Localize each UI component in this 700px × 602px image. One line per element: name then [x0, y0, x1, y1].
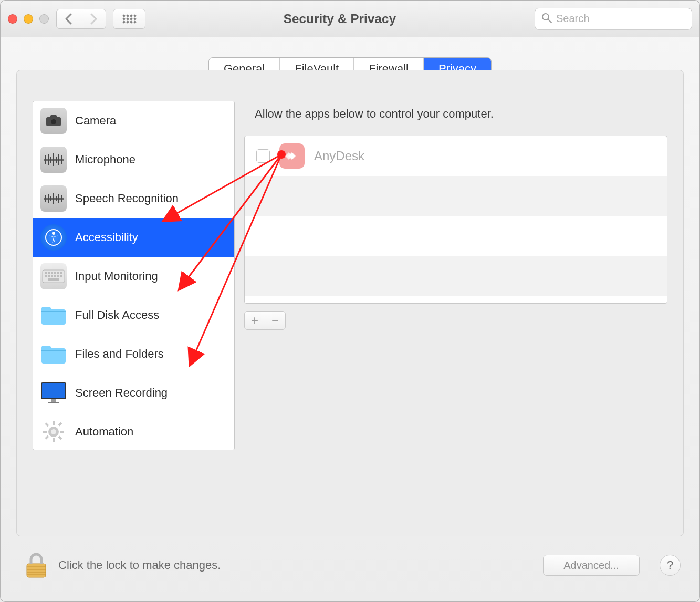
keyboard-icon [40, 263, 67, 289]
svg-rect-51 [41, 383, 66, 399]
speech-icon [40, 185, 67, 212]
allowed-apps-list[interactable]: AnyDesk [244, 136, 667, 304]
window-controls [8, 14, 49, 24]
search-field[interactable] [535, 8, 692, 30]
sidebar-item-label: Automation [75, 425, 133, 439]
svg-point-34 [52, 232, 55, 235]
nav-back-forward [56, 9, 106, 29]
accessibility-icon [40, 224, 67, 251]
back-button[interactable] [56, 9, 81, 29]
svg-rect-19 [48, 154, 49, 165]
svg-rect-49 [41, 311, 66, 312]
app-row-empty [245, 256, 667, 296]
app-row-anydesk[interactable]: AnyDesk [245, 136, 667, 176]
svg-rect-45 [54, 275, 56, 277]
svg-rect-16 [50, 115, 57, 118]
forward-button[interactable] [81, 9, 106, 29]
sidebar-item-screen-recording[interactable]: Screen Recording [33, 373, 234, 412]
grid-icon [122, 14, 137, 24]
privacy-content: Camera Microphone Speech Recognition [33, 101, 667, 450]
svg-rect-70 [27, 564, 46, 577]
svg-rect-56 [53, 438, 55, 442]
svg-rect-42 [45, 275, 47, 277]
sidebar-item-label: Speech Recognition [75, 192, 179, 205]
close-window-button[interactable] [8, 14, 17, 24]
svg-rect-53 [48, 402, 59, 403]
svg-rect-55 [53, 421, 55, 425]
sidebar-item-files-and-folders[interactable]: Files and Folders [33, 335, 234, 373]
svg-rect-47 [60, 275, 62, 277]
zoom-window-button[interactable] [39, 14, 49, 24]
svg-rect-58 [60, 431, 64, 433]
svg-rect-30 [56, 196, 57, 201]
folder-icon [40, 302, 67, 328]
sidebar-item-full-disk-access[interactable]: Full Disk Access [33, 296, 234, 335]
sidebar-item-automation[interactable]: Automation [33, 412, 234, 450]
display-icon [40, 380, 67, 406]
svg-rect-27 [48, 194, 49, 203]
svg-point-0 [123, 15, 125, 17]
permission-description: Allow the apps below to control your com… [244, 101, 667, 136]
svg-rect-22 [56, 157, 57, 163]
sidebar-item-label: Accessibility [75, 231, 138, 244]
svg-rect-48 [48, 278, 59, 281]
svg-rect-41 [60, 272, 62, 274]
advanced-button[interactable]: Advanced... [543, 555, 640, 576]
svg-point-6 [130, 18, 132, 20]
help-button[interactable]: ? [660, 555, 681, 576]
app-row-empty [245, 176, 667, 216]
privacy-panel: Camera Microphone Speech Recognition [16, 70, 684, 536]
svg-point-9 [127, 21, 129, 23]
sidebar-item-label: Full Disk Access [75, 308, 159, 322]
svg-point-7 [134, 18, 136, 20]
svg-point-2 [130, 15, 132, 17]
footer: Click the lock to make changes. Advanced… [1, 536, 699, 601]
search-input[interactable] [556, 13, 689, 25]
sidebar-item-speech-recognition[interactable]: Speech Recognition [33, 179, 234, 218]
svg-rect-61 [58, 422, 62, 427]
lock-icon[interactable] [25, 552, 48, 578]
app-row-empty [245, 216, 667, 256]
svg-rect-37 [48, 272, 50, 274]
preferences-window: Security & Privacy General FileVault Fir… [0, 0, 700, 602]
window-title: Security & Privacy [152, 12, 527, 26]
svg-rect-52 [51, 399, 56, 402]
sidebar-item-label: Microphone [75, 153, 135, 167]
svg-point-4 [123, 18, 125, 20]
sidebar-item-accessibility[interactable]: Accessibility [33, 218, 234, 257]
remove-app-button[interactable]: − [265, 311, 286, 330]
microphone-icon [40, 147, 67, 173]
svg-rect-57 [43, 431, 47, 433]
app-name-label: AnyDesk [314, 149, 364, 163]
privacy-category-list[interactable]: Camera Microphone Speech Recognition [33, 101, 235, 450]
svg-rect-21 [53, 153, 54, 166]
svg-point-1 [127, 15, 129, 17]
folder-icon [40, 341, 67, 367]
add-app-button[interactable]: + [244, 311, 265, 330]
search-icon [541, 13, 552, 25]
svg-rect-31 [58, 194, 59, 203]
svg-rect-43 [48, 275, 50, 277]
svg-rect-46 [57, 275, 59, 277]
svg-rect-29 [53, 193, 54, 204]
sidebar-item-label: Screen Recording [75, 386, 168, 400]
svg-rect-28 [50, 196, 51, 201]
svg-rect-23 [58, 154, 59, 165]
show-all-button[interactable] [113, 9, 145, 29]
svg-rect-62 [45, 435, 49, 440]
app-checkbox[interactable] [256, 149, 270, 163]
svg-line-13 [548, 19, 551, 23]
svg-rect-39 [54, 272, 56, 274]
svg-point-11 [134, 21, 136, 23]
sidebar-item-microphone[interactable]: Microphone [33, 140, 234, 179]
gear-icon [40, 419, 67, 445]
sidebar-item-camera[interactable]: Camera [33, 101, 234, 140]
svg-rect-36 [45, 272, 47, 274]
svg-rect-32 [61, 195, 62, 202]
svg-rect-26 [45, 195, 46, 202]
svg-point-3 [134, 15, 136, 17]
minimize-window-button[interactable] [24, 14, 33, 24]
svg-rect-60 [58, 435, 62, 440]
add-remove-controls: + − [244, 311, 667, 330]
sidebar-item-input-monitoring[interactable]: Input Monitoring [33, 257, 234, 296]
